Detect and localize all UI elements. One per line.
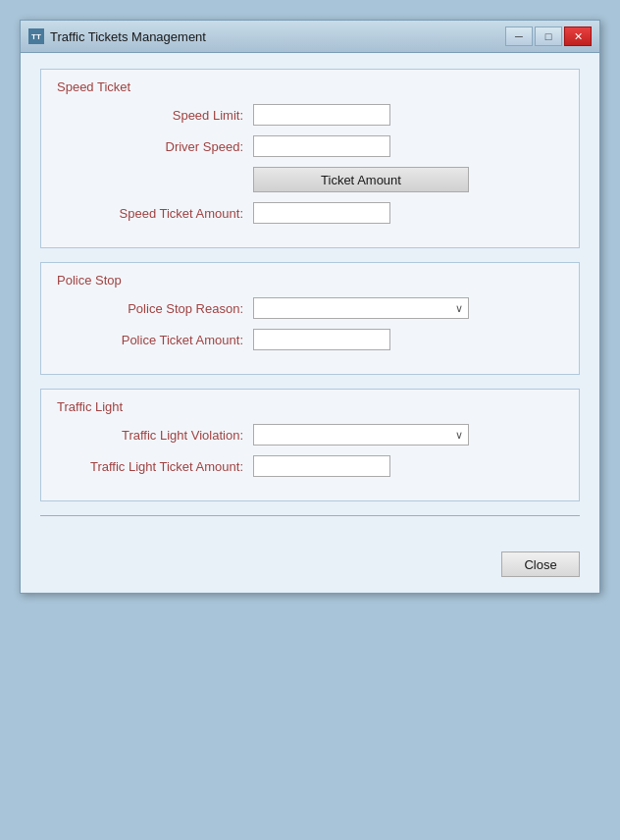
police-ticket-amount-input[interactable] <box>253 329 390 350</box>
title-buttons: ─ □ ✕ <box>505 26 592 46</box>
police-stop-reason-label: Police Stop Reason: <box>57 301 253 316</box>
speed-limit-input[interactable] <box>253 104 390 126</box>
speed-limit-row: Speed Limit: <box>57 104 563 126</box>
driver-speed-input[interactable] <box>253 135 390 157</box>
main-window: TT Traffic Tickets Management ─ □ ✕ Spee… <box>20 20 600 594</box>
police-ticket-amount-row: Police Ticket Amount: <box>57 329 563 350</box>
traffic-light-violation-select-wrapper: Red Light Yellow Light Stop Sign <box>253 424 469 446</box>
police-stop-title: Police Stop <box>57 273 563 288</box>
footer: Close <box>21 544 599 593</box>
window-icon: TT <box>28 28 44 44</box>
traffic-light-violation-row: Traffic Light Violation: Red Light Yello… <box>57 424 563 446</box>
ticket-amount-button[interactable]: Ticket Amount <box>253 167 469 192</box>
title-bar-left: TT Traffic Tickets Management <box>28 28 206 44</box>
ticket-amount-btn-row: Ticket Amount <box>57 167 563 192</box>
driver-speed-label: Driver Speed: <box>57 139 253 154</box>
minimize-button[interactable]: ─ <box>505 26 533 46</box>
maximize-button[interactable]: □ <box>535 26 562 46</box>
traffic-light-violation-select[interactable]: Red Light Yellow Light Stop Sign <box>253 424 469 446</box>
speed-ticket-amount-label: Speed Ticket Amount: <box>57 206 253 221</box>
police-stop-reason-row: Police Stop Reason: Speeding Running Red… <box>57 297 563 319</box>
traffic-light-ticket-amount-input[interactable] <box>253 455 390 477</box>
close-window-button[interactable]: ✕ <box>564 26 592 46</box>
speed-limit-label: Speed Limit: <box>57 108 253 123</box>
window-title: Traffic Tickets Management <box>50 29 206 44</box>
speed-ticket-section: Speed Ticket Speed Limit: Driver Speed: … <box>40 69 580 248</box>
police-stop-reason-select[interactable]: Speeding Running Red Light DUI Reckless … <box>253 297 469 319</box>
police-stop-section: Police Stop Police Stop Reason: Speeding… <box>40 262 580 375</box>
content-area: Speed Ticket Speed Limit: Driver Speed: … <box>21 53 599 544</box>
traffic-light-title: Traffic Light <box>57 399 563 414</box>
speed-ticket-title: Speed Ticket <box>57 79 563 94</box>
traffic-light-ticket-amount-label: Traffic Light Ticket Amount: <box>57 459 253 474</box>
driver-speed-row: Driver Speed: <box>57 135 563 157</box>
footer-separator <box>40 515 580 516</box>
speed-ticket-amount-input[interactable] <box>253 202 390 224</box>
speed-ticket-amount-row: Speed Ticket Amount: <box>57 202 563 224</box>
title-bar: TT Traffic Tickets Management ─ □ ✕ <box>21 21 599 53</box>
close-button[interactable]: Close <box>501 551 580 577</box>
traffic-light-ticket-amount-row: Traffic Light Ticket Amount: <box>57 455 563 477</box>
police-ticket-amount-label: Police Ticket Amount: <box>57 333 253 347</box>
police-stop-reason-select-wrapper: Speeding Running Red Light DUI Reckless … <box>253 297 469 319</box>
traffic-light-section: Traffic Light Traffic Light Violation: R… <box>40 389 580 501</box>
traffic-light-violation-label: Traffic Light Violation: <box>57 428 253 443</box>
